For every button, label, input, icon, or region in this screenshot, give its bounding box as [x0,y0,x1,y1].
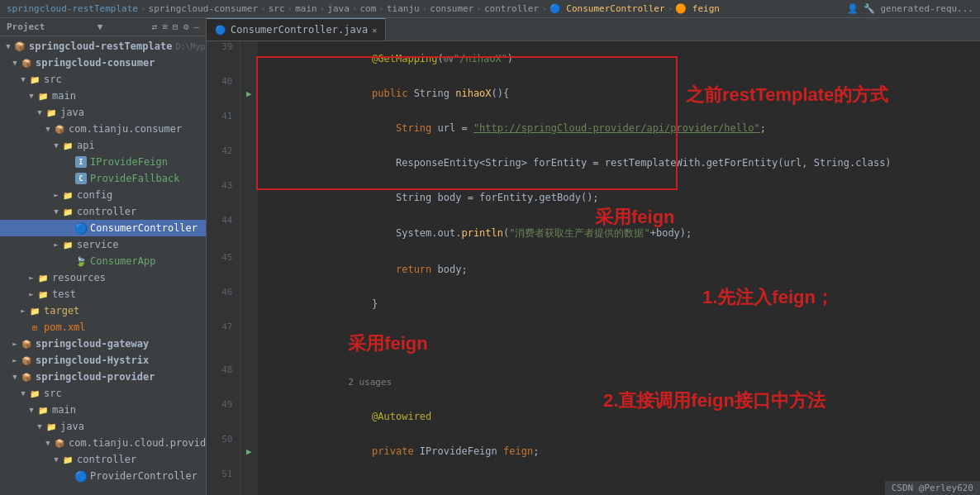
run-gutter-icon[interactable]: ▶ [246,88,252,99]
main-folder-icon: 📁 [36,90,50,102]
person-icon[interactable]: 👤 [847,3,859,14]
breadcrumb-item[interactable]: springcloud-consumer [149,3,258,14]
line-code[interactable]: private IProvideFeign feign; [258,434,980,469]
tree-arrow: ► [26,290,36,298]
tree-label: src [44,74,62,85]
line-gutter [240,469,258,483]
tree-item-IProvideFeign[interactable]: I IProvideFeign [0,154,206,170]
tree-item-provider-src[interactable]: ▼ 📁 src [0,385,206,402]
line-code[interactable]: @GetMapping(⊙v"/nihaoX") [258,41,980,76]
tree-item-main[interactable]: ▼ 📁 main [0,88,206,104]
line-code[interactable]: String url = "http://springCloud-provide… [258,111,980,145]
keyword-span: private [372,445,420,457]
tree-item-package-consumer[interactable]: ▼ 📦 com.tianju.consumer [0,121,206,137]
tree-item-restTemplate[interactable]: ▼ 📦 springcloud-restTemplate D:\Myprogra… [0,38,206,55]
tree-arrow: ▼ [18,75,28,83]
tree-item-java[interactable]: ▼ 📁 java [0,104,206,121]
tree-item-ProvideFallback[interactable]: C ProvideFallback [0,170,206,187]
tree-label: ConsumerApp [90,255,155,267]
tree-item-service[interactable]: ► 📁 service [0,236,206,253]
tree-item-target[interactable]: ► 📁 target [0,302,206,319]
tree-label: ConsumerController [90,222,197,234]
tree-item-ConsumerController[interactable]: 🔵 ConsumerController [0,220,206,236]
gear-icon[interactable]: ⚙ [183,21,189,32]
breadcrumb-item[interactable]: java [327,3,350,14]
spring-class-icon: 🔵 [74,222,88,234]
breadcrumb-item[interactable]: 🟠 feign [675,3,720,14]
line-code[interactable]: ResponseEntity<String> forEntity = restT… [258,145,980,180]
line-number: 47 [207,321,240,364]
target-folder-icon: 📁 [28,305,41,317]
sync-icon[interactable]: ⇄ [152,21,158,32]
sidebar-dropdown[interactable]: ▼ [98,21,103,32]
tree-item-provider[interactable]: ▼ 📦 springcloud-provider [0,369,206,385]
tree-label: IProvideFeign [90,156,168,168]
tree-item-ConsumerApp[interactable]: 🍃 ConsumerApp [0,253,206,269]
breadcrumb-sep: › [140,3,146,14]
usages-label: 2 usages [348,377,392,388]
url-string: "http://springCloud-provider/api/provide… [473,122,760,134]
breadcrumb-item[interactable]: consumer [430,3,473,14]
tree-item-hystrix[interactable]: ► 📦 springcloud-Hystrix [0,352,206,369]
breadcrumb-item[interactable]: springcloud-restTemplate [7,3,138,14]
line-gutter [240,111,258,145]
tree-item-resources[interactable]: ► 📁 resources [0,269,206,286]
code-line-45: 45 return body; [207,252,980,287]
tree-item-gateway[interactable]: ► 📦 springcloud-gateway [0,336,206,352]
tab-close-icon[interactable]: ✕ [372,26,377,35]
tree-item-controller[interactable]: ▼ 📁 controller [0,203,206,220]
line-code[interactable]: } [258,287,980,321]
breadcrumb-item[interactable]: com [359,3,376,14]
line-number: 43 [207,180,240,215]
code-line-46: 46 } [207,287,980,321]
line-code[interactable]: return body; [258,252,980,287]
tree-item-src[interactable]: ▼ 📁 src [0,71,206,88]
line-number: 45 [207,252,240,287]
method-span: println [461,227,503,239]
line-number: 48 [207,364,240,399]
tree-item-provider-java[interactable]: ▼ 📁 java [0,418,206,435]
tree-item-test[interactable]: ► 📁 test [0,286,206,302]
run-gutter-icon[interactable]: ▶ [246,446,252,457]
tree-label: main [52,90,76,102]
annotation-feign-title-overlay: 采用feign [595,205,675,230]
expand-all-icon[interactable]: ≡ [162,21,168,32]
right-label: generated-requ... [880,3,973,14]
tree-item-provider-main[interactable]: ▼ 📁 main [0,402,206,418]
annotation-span: @Autowired [348,411,431,422]
tree-arrow: ► [51,191,61,199]
status-text: CSDN @Perley620 [892,483,973,493]
breadcrumb-item[interactable]: tianju [387,3,420,14]
tree-item-package-provider[interactable]: ▼ 📦 com.tianju.cloud.provider [0,435,206,451]
tree-item-api[interactable]: ▼ 📁 api [0,137,206,154]
collapse-all-icon[interactable]: ⊟ [173,21,178,32]
line-number: 50 [207,434,240,469]
tree-item-consumer[interactable]: ▼ 📦 springcloud-consumer [0,55,206,71]
tree-label: ProviderController [90,470,197,482]
code-line-41: 41 String url = "http://springCloud-prov… [207,111,980,145]
annotation-feign-title: 采用feign [348,333,428,354]
tree-label: test [52,288,76,300]
breadcrumb-item[interactable]: src [269,3,285,14]
tree-item-config[interactable]: ► 📁 config [0,187,206,203]
tree-label: springcloud-consumer [36,57,155,69]
tree-label: config [77,189,112,201]
tab-ConsumerController[interactable]: 🔵 ConsumerController.java ✕ [207,18,386,40]
tree-item-pom[interactable]: ⊞ pom.xml [0,319,206,336]
tree-item-provider-controller[interactable]: ▼ 📁 controller [0,451,206,468]
line-gutter [240,364,258,399]
tree-label: api [77,140,95,151]
breadcrumb-item[interactable]: controller [484,3,539,14]
code-table: 39 @GetMapping(⊙v"/nihaoX") 40 ▶ public … [207,41,980,495]
line-number: 51 [207,469,240,483]
tree-item-ProviderController[interactable]: 🔵 ProviderController [0,468,206,484]
tab-label: ConsumerController.java [231,24,368,36]
breadcrumb-item[interactable]: 🔵 ConsumerController [549,3,665,14]
settings-icon[interactable]: 🔧 [863,3,875,14]
line-gutter [240,483,258,495]
tree-arrow: ▼ [26,406,36,414]
editor-content[interactable]: 39 @GetMapping(⊙v"/nihaoX") 40 ▶ public … [207,41,980,495]
close-sidebar-icon[interactable]: — [193,21,199,32]
breadcrumb-item[interactable]: main [295,3,317,14]
breadcrumb-sep: › [668,3,673,14]
